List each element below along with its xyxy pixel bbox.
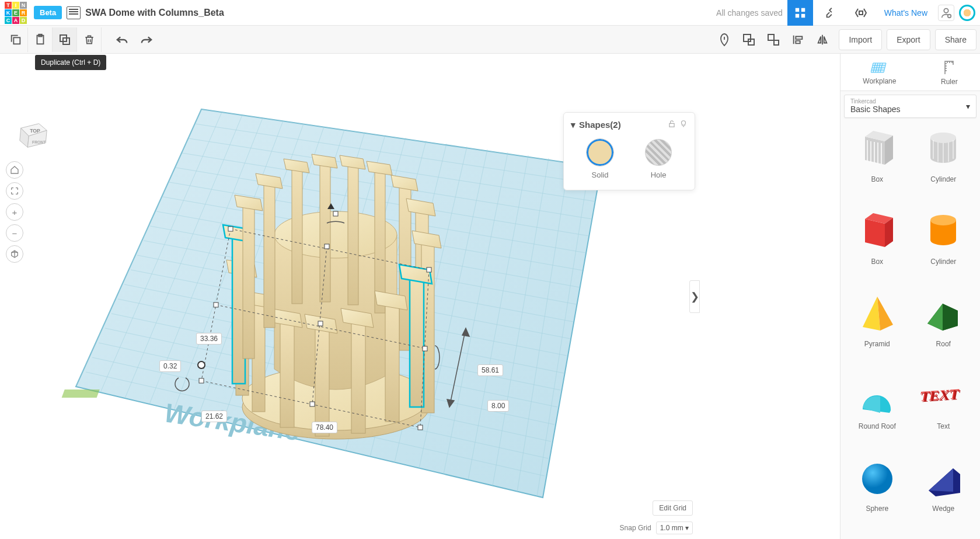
whats-new-link[interactable]: What's New (878, 8, 933, 18)
snap-grid-select[interactable]: 1.0 mm ▾ (656, 521, 693, 534)
view-grid-button[interactable] (787, 0, 813, 26)
svg-rect-91 (243, 207, 254, 359)
shape-box-hole[interactable]: Box (848, 126, 907, 201)
document-icon[interactable] (67, 6, 81, 19)
group-button[interactable] (737, 28, 761, 51)
svg-rect-2 (796, 13, 799, 17)
svg-rect-107 (214, 302, 218, 307)
svg-rect-56 (62, 390, 100, 398)
svg-rect-15 (774, 40, 779, 45)
svg-rect-110 (333, 211, 338, 216)
save-status: All changes saved (716, 8, 783, 18)
svg-rect-3 (801, 13, 805, 17)
shape-inspector: ▾ Shapes(2) Solid (563, 112, 695, 190)
dim-label[interactable]: 21.62 (201, 411, 227, 422)
workplane-tool[interactable]: Workplane (863, 60, 896, 85)
duplicate-tooltip: Duplicate (Ctrl + D) (35, 55, 106, 70)
svg-text:TEXT: TEXT (920, 387, 961, 405)
shape-roof[interactable]: Roof (914, 291, 974, 366)
shape-box-solid[interactable]: Box (848, 208, 907, 284)
svg-rect-106 (310, 402, 315, 406)
lightbulb-icon[interactable] (679, 119, 688, 131)
shape-library-select[interactable]: Tinkercad Basic Shapes ▾ (844, 95, 976, 118)
svg-rect-65 (348, 166, 358, 305)
shape-sphere[interactable]: Sphere (848, 455, 907, 531)
beta-chip[interactable]: Beta (34, 6, 62, 19)
home-view-button[interactable] (6, 161, 23, 179)
svg-point-147 (930, 215, 956, 225)
hole-option[interactable]: Hole (645, 139, 672, 179)
ortho-view-button[interactable] (6, 245, 23, 263)
shape-library-panel: Workplane Ruler Tinkercad Basic Shapes ▾… (840, 54, 980, 539)
ungroup-button[interactable] (762, 28, 785, 51)
svg-point-138 (930, 133, 956, 143)
svg-rect-102 (427, 267, 431, 272)
panel-collapse-handle[interactable]: ❯ (689, 280, 700, 313)
align-button[interactable] (786, 28, 810, 51)
show-all-button[interactable] (713, 28, 736, 51)
code-blocks-icon[interactable] (848, 0, 874, 26)
shape-wedge[interactable]: Wedge (914, 455, 974, 531)
svg-marker-148 (863, 297, 880, 331)
dim-label[interactable]: 8.00 (487, 400, 509, 412)
zoom-in-button[interactable]: + (6, 203, 23, 221)
zoom-out-button[interactable]: − (6, 224, 23, 242)
svg-point-155 (862, 464, 892, 494)
user-avatar[interactable] (959, 5, 975, 21)
svg-text:TOP: TOP (30, 128, 40, 134)
redo-button[interactable] (134, 27, 159, 52)
svg-point-111 (198, 361, 205, 368)
svg-rect-7 (13, 37, 20, 44)
ruler-tool[interactable]: Ruler (941, 59, 958, 86)
action-toolbar: Import Export Share (0, 26, 980, 54)
paste-button[interactable] (28, 27, 53, 52)
svg-rect-14 (768, 34, 774, 40)
fit-view-button[interactable] (6, 182, 23, 200)
svg-rect-109 (318, 321, 323, 326)
svg-rect-75 (410, 279, 424, 407)
svg-rect-105 (325, 244, 329, 249)
svg-rect-81 (315, 328, 329, 436)
minecraft-icon[interactable] (818, 0, 843, 26)
svg-rect-0 (796, 8, 799, 11)
edit-grid-button[interactable]: Edit Grid (653, 500, 693, 516)
import-button[interactable]: Import (839, 29, 882, 50)
dim-label[interactable]: 58.61 (477, 364, 503, 376)
dim-label[interactable]: 78.40 (312, 422, 337, 433)
tinkercad-logo[interactable]: TIN KER CAD (5, 2, 27, 24)
copy-button[interactable] (4, 27, 28, 52)
account-icon[interactable] (938, 5, 954, 21)
svg-rect-12 (744, 34, 751, 41)
shape-cylinder-hole[interactable]: Cylinder (914, 126, 974, 201)
svg-rect-108 (423, 346, 427, 351)
snap-grid-label: Snap Grid (620, 524, 651, 532)
solid-option[interactable]: Solid (587, 139, 613, 179)
svg-text:FRONT: FRONT (32, 140, 46, 144)
shape-round-roof[interactable]: Round Roof (848, 373, 907, 448)
chevron-down-icon: ▾ (966, 102, 970, 111)
canvas[interactable]: Workplane (0, 54, 840, 539)
shape-cylinder-solid[interactable]: Cylinder (914, 208, 974, 284)
dim-label[interactable]: 0.32 (159, 360, 181, 372)
svg-rect-83 (280, 322, 294, 427)
svg-marker-157 (929, 468, 953, 492)
svg-rect-61 (292, 169, 302, 304)
duplicate-button[interactable] (53, 27, 77, 52)
undo-button[interactable] (110, 27, 134, 52)
share-button[interactable]: Share (935, 29, 976, 50)
svg-rect-79 (351, 322, 365, 433)
delete-button[interactable] (77, 27, 102, 52)
svg-rect-77 (385, 305, 399, 422)
export-button[interactable]: Export (887, 29, 930, 50)
document-title[interactable]: SWA Dome with Columns_Beta (85, 8, 224, 18)
svg-rect-63 (320, 165, 330, 302)
workplane-scene[interactable]: Workplane (0, 54, 840, 539)
mirror-button[interactable] (811, 28, 834, 51)
shape-pyramid[interactable]: Pyramid (848, 291, 907, 366)
shape-text[interactable]: TEXTTEXT Text (914, 373, 974, 448)
view-cube[interactable]: TOP FRONT (16, 118, 50, 152)
chevron-down-icon[interactable]: ▾ (571, 120, 576, 130)
lock-icon[interactable] (668, 119, 676, 130)
svg-rect-103 (199, 378, 204, 383)
dim-label[interactable]: 33.36 (196, 333, 222, 345)
